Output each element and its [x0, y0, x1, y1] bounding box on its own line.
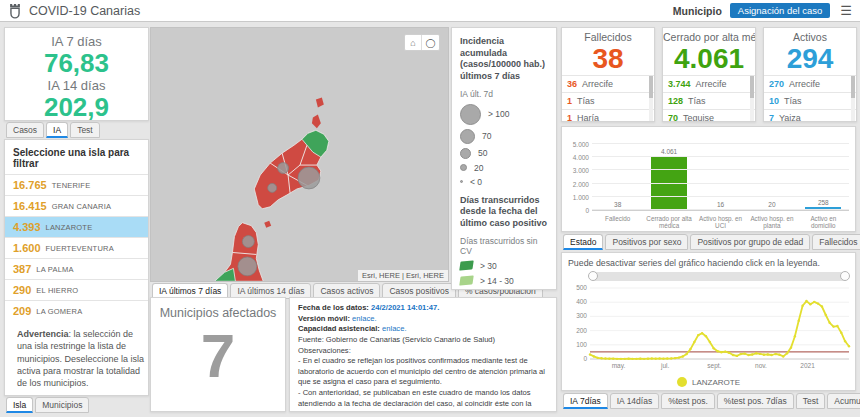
map-home-icon[interactable]: ⌂ — [405, 35, 422, 50]
map-extent-icon[interactable]: ◯ — [422, 35, 439, 50]
slider-handle-left[interactable] — [588, 271, 598, 281]
svg-text:2021: 2021 — [800, 362, 815, 369]
row-count: 3.744 — [668, 79, 691, 89]
version-movil-link[interactable]: enlace. — [352, 314, 377, 323]
bar-x-tick-label: Cerrado por alta médica — [643, 215, 694, 229]
row-municipality: Arrecife — [696, 79, 727, 89]
tab-line-chart-3[interactable]: %test pos. 7días — [717, 393, 794, 409]
svg-text:sept.: sept. — [707, 362, 721, 370]
tab-bar-chart-0[interactable]: Estado — [563, 234, 603, 250]
status-card-value: 4.061 — [663, 43, 755, 75]
row-count: 7 — [769, 113, 774, 122]
bar-value-label: 20 — [768, 201, 775, 208]
legend-size-circle-icon — [460, 148, 471, 159]
island-list-item[interactable]: 16.765TENERIFE — [5, 174, 148, 195]
legend-class-swatch-icon — [459, 261, 474, 271]
legend-size-item: 20 — [460, 163, 548, 173]
bar-x-tick-label: Fallecido — [592, 215, 643, 229]
legend-color-classes: > 30> 14 - 30> 7 - 140 - 7 — [460, 261, 548, 290]
status-card-title: Activos — [764, 28, 856, 43]
status-card-scrollbar[interactable] — [851, 76, 855, 122]
tab-filter-0[interactable]: Isla — [6, 397, 33, 413]
lanzarote-series-label: LANZAROTE — [692, 378, 740, 387]
svg-text:400: 400 — [576, 298, 587, 305]
map[interactable]: ⌂ ◯ Esri, HERE | Esri, HERE — [150, 27, 449, 282]
map-controls: ⌂ ◯ — [404, 34, 440, 51]
status-card-title: Cerrado por alta médica — [663, 28, 755, 43]
slider-handle-right[interactable] — [840, 271, 850, 281]
tab-line-chart-4[interactable]: Test — [796, 393, 826, 409]
line-chart-legend[interactable]: LANZAROTE — [566, 377, 851, 387]
bar-value-label: 38 — [614, 201, 621, 208]
legend-subtitle-dias: Días trascurridos sin CV — [460, 236, 548, 256]
island-list-item[interactable]: 4.393LANZAROTE — [5, 216, 148, 237]
time-range-slider[interactable] — [590, 272, 848, 281]
row-count: 1 — [567, 113, 572, 122]
status-card-0: Fallecidos3836Arrecife1Tías1Haría0San Ba… — [561, 27, 655, 122]
tab-line-chart-5[interactable]: Acumulado — [827, 393, 860, 409]
status-card-1: Cerrado por alta médica4.0613.744Arrecif… — [662, 27, 756, 122]
row-municipality: Tías — [577, 96, 595, 106]
island-list-item[interactable]: 387LA PALMA — [5, 258, 148, 279]
legend-class-item: > 14 - 30 — [460, 276, 548, 286]
tab-filter-1[interactable]: Municipios — [35, 397, 89, 413]
status-card-scrollbar[interactable] — [750, 76, 754, 122]
bar-x-tick-label: Activo hosp. en UCI — [695, 215, 746, 229]
asignacion-del-caso-button[interactable]: Asignación del caso — [730, 3, 831, 18]
bar-value-label: 258 — [818, 199, 829, 206]
island-count: 387 — [13, 263, 31, 275]
tab-bar-chart-3[interactable]: Fallecidos por edad y sexo — [812, 234, 860, 250]
tab-ia-view-1[interactable]: IA — [46, 122, 68, 138]
island-panel-tabs: IslaMunicipios — [6, 397, 89, 413]
tab-line-chart-2[interactable]: %test pos. — [661, 393, 715, 409]
bar-x-tick-label: Activo hosp. en planta — [746, 215, 797, 229]
bar-gridline: 1.000 — [592, 196, 849, 197]
island-count: 1.600 — [13, 242, 41, 254]
page-title: COVID-19 Canarias — [29, 4, 140, 18]
legend-title-incidencia: Incidencia acumulada (casos/100000 hab.)… — [460, 36, 548, 83]
tab-line-chart-0[interactable]: IA 7días — [563, 393, 608, 409]
legend-size-item: < 0 — [460, 177, 548, 187]
island-list-item[interactable]: 290EL HIERRO — [5, 279, 148, 300]
capacidad-link[interactable]: enlace. — [382, 324, 407, 333]
fecha-datos-value: 24/2/2021 14:01:47. — [371, 303, 439, 312]
svg-text:100: 100 — [576, 341, 587, 348]
svg-text:0: 0 — [583, 355, 587, 362]
svg-text:jul.: jul. — [660, 362, 670, 370]
tab-ia-view-0[interactable]: Casos — [6, 122, 44, 138]
version-movil-label: Versión móvil: — [298, 314, 350, 323]
tab-bar-chart-1[interactable]: Positivos por sexo — [605, 234, 688, 250]
legend-size-circle-icon — [460, 129, 475, 144]
bar-chart-tabs: EstadoPositivos por sexoPositivos por gr… — [563, 234, 860, 250]
status-card-scrollbar[interactable] — [649, 76, 653, 122]
island-name: LA GOMERA — [36, 307, 82, 316]
bar-gridline: 5.000 — [592, 143, 849, 144]
status-card-rows: 270Arrecife10Tías7Yaiza3San Bartolomé — [764, 75, 856, 122]
status-card-row: 10Tías — [764, 92, 856, 109]
bar-y-tick-label: 1.000 — [573, 193, 589, 200]
island-list-item[interactable]: 1.600FUERTEVENTURA — [5, 237, 148, 258]
map-legend-panel: Incidencia acumulada (casos/100000 hab.)… — [451, 27, 557, 290]
legend-class-label: > 30 — [480, 261, 497, 271]
tab-line-chart-1[interactable]: IA 14días — [610, 393, 659, 409]
island-list-item[interactable]: 209LA GOMERA — [5, 300, 148, 321]
bar-y-tick-label: 5.000 — [573, 141, 589, 148]
bar-y-tick-label: 4.000 — [573, 154, 589, 161]
row-municipality: Haría — [577, 113, 599, 122]
island-list-item[interactable]: 16.415GRAN CANARIA — [5, 195, 148, 216]
ia14-value: 202,9 — [5, 93, 148, 122]
tab-bar-chart-2[interactable]: Positivos por grupo de edad — [690, 234, 810, 250]
legend-size-circle-icon — [460, 104, 481, 125]
island-name: LA PALMA — [36, 265, 73, 274]
menu-icon[interactable]: ☰ — [840, 4, 852, 17]
line-chart-tabs: IA 7díasIA 14días%test pos.%test pos. 7d… — [563, 393, 860, 409]
legend-size-label: 50 — [478, 148, 487, 158]
island-filter-panel: Seleccione una isla para filtrar 16.765T… — [4, 139, 149, 396]
line-chart-plot: 0100200300400500may.jul.sept.nov.2021 — [566, 283, 851, 377]
row-municipality: Yaiza — [779, 113, 801, 122]
island-count: 16.765 — [13, 179, 47, 191]
tab-ia-view-2[interactable]: Test — [70, 122, 100, 138]
bar-gridline: 4.000 — [592, 156, 849, 157]
row-count: 270 — [769, 79, 784, 89]
legend-subtitle-ia7: IA últ. 7d — [460, 89, 548, 99]
